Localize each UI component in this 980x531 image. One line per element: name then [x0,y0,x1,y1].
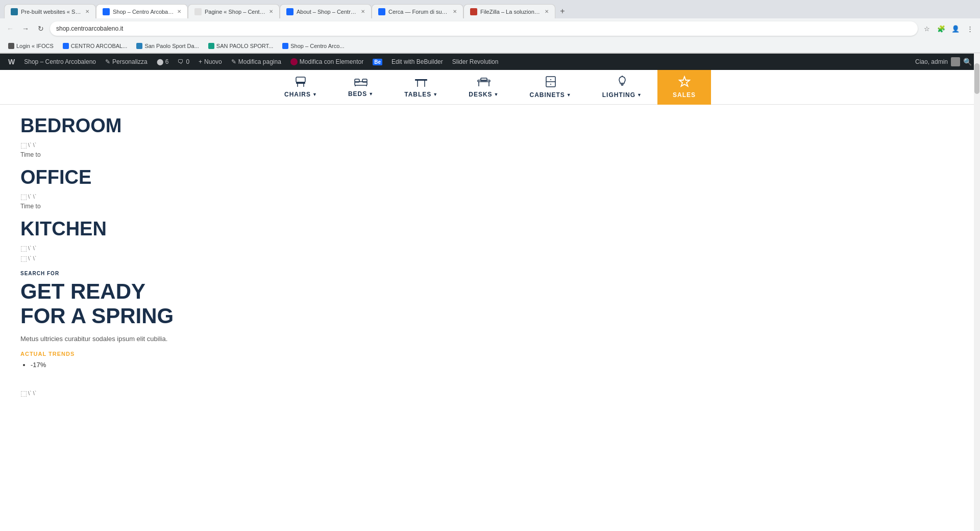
tab-2-title: Shop – Centro Arcobaleno [113,9,174,15]
tab-5-favicon [378,8,385,15]
desks-icon [477,76,491,89]
bookmark-san-paolo-2-label: SAN PAOLO SPORT... [216,43,273,49]
profile-button[interactable]: 👤 [949,22,962,35]
nav-item-sales[interactable]: SALES [657,70,711,105]
tab-6[interactable]: FileZilla – La soluzione FTP gratu… ✕ [463,4,555,18]
wp-comments-item[interactable]: 🗨 0 [174,54,193,70]
discount-list: -17% [20,361,592,369]
tab-1-close[interactable]: ✕ [85,9,89,14]
be-logo-icon: Be [373,59,382,65]
wp-customize-item[interactable]: ✎ Personalizza [101,54,152,70]
tab-4-close[interactable]: ✕ [361,9,365,14]
circle-icon: ⬤ [157,58,163,65]
wp-comments-label: 0 [186,58,189,65]
wp-new-label: Nuovo [204,58,222,65]
tab-1[interactable]: Pre-built websites « Shop – Centr ✕ [4,4,96,18]
search-for-label: SEARCH FOR [20,271,592,276]
tab-6-close[interactable]: ✕ [545,9,549,14]
wp-bebuilder-label: Edit with BeBuilder [391,58,443,65]
tab-2[interactable]: Shop – Centro Arcobaleno ✕ [96,4,188,18]
get-ready-line1: GET READY [20,279,145,303]
wp-shop-item[interactable]: Shop – Centro Arcobaleno [20,54,100,70]
bookmark-san-paolo-favicon [136,43,142,49]
wp-edit-page-item[interactable]: ✎ Modifica pagina [227,54,285,70]
menu-button[interactable]: ⋮ [964,22,976,35]
tab-3-close[interactable]: ✕ [269,9,273,14]
nav-item-chairs[interactable]: CHAIRS ▼ [269,76,333,98]
forward-button[interactable]: → [19,22,32,35]
main-content: BEDROOM \` \` Time to OFFICE \` \` Time … [0,105,612,409]
tab-3[interactable]: Pagine « Shop – Centro Arcobale… ✕ [188,4,280,18]
search-icon[interactable]: 🔍 [963,58,972,66]
tab-4-title: About – Shop – Centro Arcobale… [297,9,358,15]
svg-rect-0 [296,77,305,82]
bookmark-shop[interactable]: Shop – Centro Arco... [278,42,348,50]
new-tab-button[interactable]: + [555,4,570,18]
bookmark-ifocs[interactable]: Login « IFOCS [4,42,58,50]
bookmark-star-button[interactable]: ☆ [921,22,933,35]
nav-items: CHAIRS ▼ BEDS ▼ [269,70,711,105]
plus-icon: + [199,58,202,65]
comments-icon: 🗨 [178,58,184,65]
bottom-broken-img-text: \` \` [28,390,37,396]
kitchen-heading: KITCHEN [20,218,592,240]
discount-item-1: -17% [31,361,592,369]
sales-icon [678,76,691,89]
bottom-broken-img-container: \` \` [20,389,592,397]
tab-3-title: Pagine « Shop – Centro Arcobale… [205,9,266,15]
wp-admin-bar: W Shop – Centro Arcobaleno ✎ Personalizz… [0,54,980,70]
refresh-button[interactable]: ↻ [35,22,47,35]
tab-4[interactable]: About – Shop – Centro Arcobale… ✕ [280,4,372,18]
nav-item-desks[interactable]: DESKS ▼ [453,76,514,98]
wp-elementor-item[interactable]: Modifica con Elementor [286,54,368,70]
site-nav: CHAIRS ▼ BEDS ▼ [0,70,980,105]
tab-1-favicon [11,8,18,15]
cabinets-label: CABINETS ▼ [529,91,571,99]
bedroom-broken-img-text: \` \` [28,142,37,148]
wp-logo-item[interactable]: W [4,54,19,70]
wp-slider-item[interactable]: Slider Revolution [448,54,503,70]
address-input[interactable] [50,21,918,36]
kitchen-broken-img-1: \` \` [20,244,592,252]
scrollbar-track[interactable] [974,53,980,409]
tab-1-title: Pre-built websites « Shop – Centr [21,9,82,15]
beds-icon [354,77,368,88]
nav-item-lighting[interactable]: LIGHTING ▼ [587,76,657,99]
svg-point-18 [550,79,551,80]
wp-admin-user[interactable]: Ciao, admin 🔍 [911,54,976,70]
get-ready-section: SEARCH FOR GET READY FOR A SPRING Metus … [20,271,592,369]
nav-item-cabinets[interactable]: CABINETS ▼ [514,76,586,99]
bookmark-san-paolo-2-favicon [208,43,214,49]
kitchen-broken-img-text-2: \` \` [28,255,37,261]
bookmark-shop-favicon [282,43,288,49]
chairs-label: CHAIRS ▼ [284,91,317,98]
bookmark-centro[interactable]: CENTRO ARCOBAL... [59,42,132,50]
bookmark-ifocs-favicon [8,43,14,49]
scrollbar-thumb[interactable] [974,63,979,94]
wp-new-item[interactable]: + Nuovo [194,54,226,70]
tab-2-favicon [103,8,110,15]
wp-6-item[interactable]: ⬤ 6 [153,54,173,70]
tables-label: TABLES ▼ [404,91,438,98]
bedroom-heading: BEDROOM [20,115,592,137]
bookmark-san-paolo[interactable]: San Paolo Sport Da... [132,42,203,50]
bookmark-san-paolo-2[interactable]: SAN PAOLO SPORT... [204,42,277,50]
back-button[interactable]: ← [4,22,16,35]
toolbar-icons: ☆ 🧩 👤 ⋮ [921,22,976,35]
bedroom-section: BEDROOM \` \` Time to [20,115,592,158]
office-broken-img-text: \` \` [28,194,37,200]
wp-bebuilder-item[interactable]: Edit with BeBuilder [387,54,447,70]
wp-edit-page-label: Modifica pagina [238,58,281,65]
edit-icon: ✎ [231,58,236,65]
tab-6-title: FileZilla – La soluzione FTP gratu… [480,9,542,15]
nav-item-tables[interactable]: TABLES ▼ [389,76,453,98]
wp-be-logo-item[interactable]: Be [369,54,386,70]
extensions-button[interactable]: 🧩 [935,22,947,35]
tables-icon [414,76,428,89]
tab-5-close[interactable]: ✕ [453,9,457,14]
tab-2-close[interactable]: ✕ [177,9,181,14]
bedroom-broken-img: \` \` [20,141,592,149]
nav-item-beds[interactable]: BEDS ▼ [333,77,389,98]
tab-5[interactable]: Cerca — Forum di supporto di B… ✕ [372,4,463,18]
lighting-icon [617,76,628,89]
